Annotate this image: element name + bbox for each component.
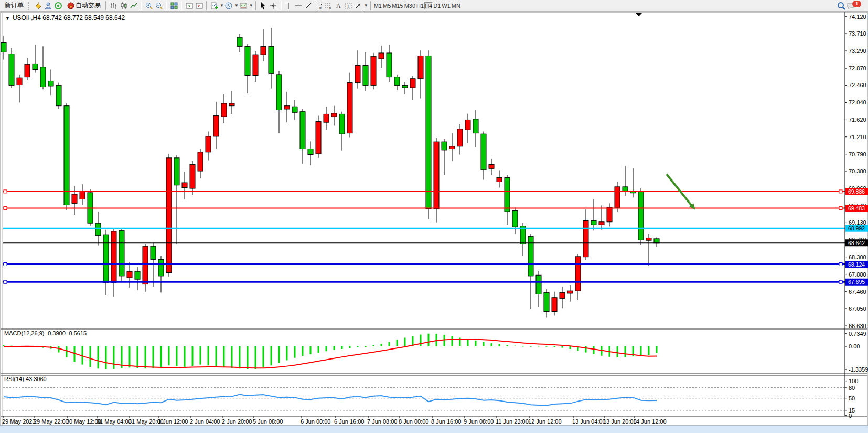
- indicators-icon[interactable]: [209, 1, 219, 10]
- timeframe-H1[interactable]: H1: [416, 2, 424, 9]
- vertical-line-icon[interactable]: [284, 1, 294, 10]
- crosshair-icon[interactable]: [269, 1, 278, 10]
- fibonacci-icon[interactable]: F: [324, 1, 334, 10]
- price-tag-text: 69.483: [848, 205, 865, 212]
- toolbar-separator: [281, 1, 282, 10]
- macd-histogram-bar: [538, 346, 540, 346]
- auto-trading-label: 自动交易: [76, 1, 101, 10]
- time-axis-label: 1 Jun 12:00: [158, 418, 188, 425]
- price-tag-text: 69.886: [848, 188, 865, 195]
- candle: [347, 83, 352, 133]
- candle: [331, 113, 337, 117]
- styles-bucket-icon[interactable]: [33, 1, 43, 10]
- chart-autoscroll-icon[interactable]: [194, 1, 204, 10]
- candle: [410, 79, 415, 88]
- tile-windows-icon[interactable]: [169, 1, 179, 10]
- macd-histogram-bar: [223, 346, 225, 367]
- line-handle[interactable]: [4, 190, 7, 193]
- candle: [583, 220, 588, 257]
- candle: [528, 236, 533, 276]
- cursor-icon[interactable]: [259, 1, 269, 10]
- line-handle[interactable]: [4, 207, 7, 210]
- price-axis-label: 67.880: [849, 271, 866, 278]
- new-order-button[interactable]: 新订单: [2, 1, 26, 10]
- macd-histogram-bar: [483, 342, 485, 346]
- rsi-axis-label: 50: [849, 395, 855, 402]
- candle: [64, 106, 69, 205]
- time-axis-label: 5 Jun 08:00: [253, 418, 283, 425]
- line-chart-icon[interactable]: [128, 1, 138, 10]
- line-handle[interactable]: [4, 263, 7, 266]
- price-axis-label: 74.120: [849, 14, 866, 20]
- macd-histogram-bar: [562, 346, 563, 348]
- search-icon[interactable]: [836, 1, 846, 10]
- macd-histogram-bar: [216, 346, 217, 366]
- bar-chart-icon[interactable]: [109, 1, 119, 10]
- timeframe-M15[interactable]: M15: [391, 2, 403, 9]
- toolbar-separator: [105, 1, 106, 10]
- macd-histogram-bar: [522, 346, 524, 346]
- line-handle[interactable]: [839, 190, 842, 193]
- line-handle[interactable]: [839, 263, 842, 266]
- macd-histogram-bar: [286, 346, 288, 360]
- line-handle[interactable]: [839, 280, 842, 283]
- periods-icon[interactable]: [224, 1, 234, 10]
- indicators-caret-icon[interactable]: ▼: [220, 3, 224, 8]
- time-axis-label: 6 Jun 00:00: [301, 418, 331, 425]
- timeframe-M1[interactable]: M1: [373, 2, 382, 9]
- zoom-out-icon[interactable]: [154, 1, 164, 10]
- trendline-icon[interactable]: [304, 1, 314, 10]
- candle: [292, 107, 297, 112]
- horizontal-line-icon[interactable]: [294, 1, 304, 10]
- time-axis-label: 7 Jun 08:00: [367, 418, 398, 425]
- candle: [607, 207, 612, 222]
- line-handle[interactable]: [4, 280, 7, 283]
- candle: [465, 120, 470, 130]
- chart-canvas[interactable]: 74.12073.71073.29072.87072.46072.04071.6…: [0, 0, 868, 433]
- text-icon[interactable]: A: [334, 1, 344, 10]
- timeframe-MN[interactable]: MN: [451, 2, 461, 9]
- macd-histogram-bar: [278, 346, 280, 363]
- auto-trading-button[interactable]: 自动交易: [63, 1, 103, 10]
- market-watch-icon[interactable]: [43, 1, 53, 10]
- candle: [379, 53, 384, 59]
- channel-icon[interactable]: E: [314, 1, 324, 10]
- macd-histogram-bar: [593, 346, 595, 354]
- macd-histogram-bar: [365, 346, 367, 347]
- templates-caret-icon[interactable]: ▼: [249, 3, 253, 8]
- timeframe-W1[interactable]: W1: [441, 2, 451, 9]
- macd-histogram-bar: [58, 346, 60, 353]
- templates-icon[interactable]: [239, 1, 249, 10]
- timeframe-M30[interactable]: M30: [404, 2, 416, 9]
- line-handle[interactable]: [839, 207, 842, 210]
- macd-histogram-bar: [570, 346, 571, 349]
- candle: [560, 292, 565, 298]
- candlestick-icon[interactable]: [119, 1, 128, 10]
- timeframe-M5[interactable]: M5: [382, 2, 391, 9]
- svg-text:T: T: [347, 3, 350, 8]
- periods-caret-icon[interactable]: ▼: [234, 3, 239, 8]
- candle: [221, 103, 227, 117]
- zoom-in-icon[interactable]: [144, 1, 154, 10]
- rsi-axis-label: 100: [849, 378, 858, 384]
- time-axis-label: 6 Jun 16:00: [334, 418, 365, 425]
- shapes-caret-icon[interactable]: ▼: [364, 3, 368, 8]
- toolbar: 新订单 自动交易: [0, 0, 868, 12]
- notification-badge[interactable]: 1: [852, 1, 861, 7]
- candle: [72, 194, 77, 203]
- candle: [284, 106, 290, 109]
- timeframe-D1[interactable]: D1: [433, 2, 441, 9]
- label-icon[interactable]: T: [344, 1, 353, 10]
- signal-icon[interactable]: [53, 1, 63, 10]
- candle: [371, 56, 376, 85]
- candle: [206, 136, 211, 152]
- timeframe-H4[interactable]: H4: [424, 2, 433, 9]
- candle: [316, 122, 321, 154]
- macd-histogram-bar: [153, 346, 154, 368]
- chart-shift-icon[interactable]: [184, 1, 194, 10]
- macd-histogram-bar: [625, 346, 626, 357]
- shapes-icon[interactable]: [353, 1, 363, 10]
- chart-menu-icon[interactable]: ▼: [5, 16, 10, 21]
- macd-axis-label: 0.00: [849, 343, 860, 350]
- macd-histogram-bar: [255, 346, 256, 369]
